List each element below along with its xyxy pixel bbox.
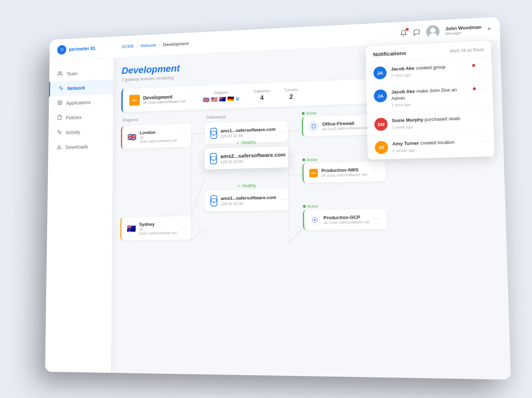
healthy-check-icon: ✓ [237, 140, 240, 145]
gateway1-icon [210, 128, 217, 139]
logo-icon: ⬡ [57, 45, 66, 54]
user-info: John Woodman Manager [445, 24, 482, 35]
breadcrumb-root[interactable]: ACME [122, 44, 134, 49]
notif4-text: Amy Turner created location [392, 138, 478, 147]
de-flag: 🇩🇪 [227, 95, 234, 102]
user-dropdown-icon[interactable]: ▾ [488, 25, 491, 32]
sidebar-item-network-label: Network [67, 85, 85, 91]
gateway2-icon [210, 153, 217, 164]
notif2-more-icon[interactable]: ··· [481, 85, 485, 91]
tunnels-stat: Tunnels 2 [284, 87, 298, 101]
notif4-avatar: AT [375, 141, 388, 154]
tunnel3-menu[interactable]: ··· [373, 215, 381, 222]
sidebar-item-activity[interactable]: Activity [48, 123, 113, 140]
mark-all-read-button[interactable]: Mark All as Read [450, 47, 484, 53]
logo-area: ⬡ perimeter 81 [57, 42, 122, 54]
sidebar-item-applications[interactable]: Applications [49, 94, 113, 111]
notification-bell-button[interactable] [400, 29, 407, 37]
tunnel1-info: Office-Firewall uk-2xa2.safersoftware.ne… [322, 120, 368, 131]
notif4-more-icon[interactable]: ··· [482, 138, 487, 144]
sydney-menu[interactable]: ··· [180, 225, 187, 231]
svg-marker-4 [58, 100, 62, 103]
gateway2-info: ams2...safersoftware.com 125.42.22.44 [221, 151, 286, 164]
gateway-ams3-card: ✓ Healthy ams3...safer [205, 189, 289, 211]
sidebar-item-team[interactable]: Team [49, 65, 113, 82]
london-flag: 🇬🇧 [127, 132, 136, 141]
tunnel2-menu[interactable]: ··· [372, 168, 379, 175]
screen-wrapper: ⬡ perimeter 81 ACME › Network › Developm… [35, 26, 497, 373]
sidebar-item-team-label: Team [67, 71, 78, 76]
gateways-count: 4 [254, 94, 271, 102]
gateway1-info: ams1...safersoftware.com 125.42.22.44 [221, 126, 276, 138]
gateway1-menu[interactable]: ··· [279, 128, 286, 134]
tunnel1-status-text: Active [306, 111, 317, 115]
notif3-more-icon[interactable]: ··· [481, 114, 486, 120]
breadcrumb: ACME › Network › Development [122, 30, 400, 49]
breadcrumb-parent[interactable]: Network [140, 42, 156, 48]
sidebar-item-downloads-label: Downloads [66, 144, 88, 150]
au-flag: 🇦🇺 [219, 96, 226, 102]
sidebar-item-policies[interactable]: Policies [49, 108, 113, 125]
tunnel-production-gcp-card: Production-GCP uk-2xa2.safersoftware.net… [303, 208, 387, 230]
tunnel3-info: Production-GCP uk-2xa2.safersoftware.net [323, 214, 370, 224]
gateway3-name: ams3...safersoftware.com [221, 195, 276, 201]
gateway3-info: ams3...safersoftware.com 125.42.22.44 [221, 195, 276, 206]
sydney-info: Sydney uk-2xa2.safersoftware.net [139, 221, 177, 235]
add-region-icon[interactable]: ⊕ [235, 96, 240, 101]
regions-section-title: Regions [121, 115, 191, 123]
gateways-stat: Gateways 4 [253, 88, 270, 102]
notification-item-3: SM Susie Murphy purchased seats 1 week a… [367, 109, 494, 136]
gateway1-name: ams1...safersoftware.com [221, 126, 276, 133]
notif3-content: Susie Murphy purchased seats 1 week ago [392, 115, 477, 129]
breadcrumb-current: Development [163, 41, 188, 47]
messages-button[interactable] [413, 28, 420, 36]
breadcrumb-sep2: › [159, 42, 160, 47]
gateway3-menu[interactable]: ··· [280, 196, 287, 202]
gateway3-ip: 125.42.22.44 [221, 200, 276, 206]
london-menu[interactable]: ··· [180, 132, 187, 139]
gateway-ams2-card: ✓ Healthy ams2...safer [204, 145, 289, 169]
sidebar-item-network[interactable]: Network [49, 79, 113, 96]
sydney-name: Sydney [139, 221, 177, 227]
svg-line-20 [288, 130, 302, 131]
team-icon [57, 71, 63, 77]
region-london-card: 🇬🇧 London uk-2xa2.safersoftware.net ··· [121, 124, 191, 149]
us-flag: 🇺🇸 [211, 96, 218, 103]
notif1-avatar: JA [373, 66, 387, 79]
network-name-block: aws Development uk-2xa2.safersoftware.ne… [129, 93, 189, 106]
activity-icon [56, 129, 62, 136]
notif3-text: Susie Murphy purchased seats [392, 115, 477, 124]
gateway3-healthy-badge: ✓ Healthy [237, 183, 256, 188]
connector-svg-1 [191, 114, 205, 325]
notif1-unread-dot [472, 64, 476, 67]
connector-col-2 [288, 111, 303, 243]
notif2-text: Jacob Ake make John Doe an Admin [391, 86, 469, 102]
sidebar-item-applications-label: Applications [66, 99, 91, 106]
svg-rect-11 [211, 131, 216, 134]
healthy3-check-icon: ✓ [237, 183, 240, 188]
svg-line-6 [191, 134, 205, 134]
notif1-more-icon[interactable]: ··· [480, 62, 484, 68]
gateway2-name: ams2...safersoftware.com [221, 151, 286, 159]
notification-item-2: JA Jacob Ake make John Doe an Admin 1 ho… [366, 80, 493, 113]
aws-tunnel-icon: aws [309, 168, 318, 177]
sidebar-item-activity-label: Activity [66, 129, 81, 135]
tunnel3-name: Production-GCP [323, 214, 370, 220]
gateway2-ip: 125.42.22.44 [221, 158, 286, 164]
notification-title: Notifications [373, 50, 406, 57]
tunnel3-status-row: Active [303, 203, 386, 208]
notif2-avatar: JA [374, 89, 387, 102]
sidebar-item-downloads[interactable]: Downloads [48, 138, 113, 155]
sidebar-item-policies-label: Policies [66, 114, 82, 120]
sydney-url: uk-2xa2.safersoftware.net [139, 226, 177, 235]
downloads-icon [56, 144, 62, 151]
sidebar: Team Network Application [45, 58, 114, 373]
notification-item-4: AT Amy Turner created location 2 weeks a… [367, 133, 495, 159]
gateways-column: Gateways ams1...safersoftware.com [205, 112, 289, 215]
notification-badge [405, 28, 408, 30]
aws-logo-icon: aws [129, 94, 140, 106]
sydney-flag: 🇦🇺 [127, 224, 136, 233]
svg-line-10 [191, 229, 205, 240]
top-right-area: John Woodman Manager ▾ [400, 22, 491, 39]
region-flags: 🇬🇧 🇺🇸 🇦🇺 🇩🇪 ⊕ [203, 95, 240, 103]
